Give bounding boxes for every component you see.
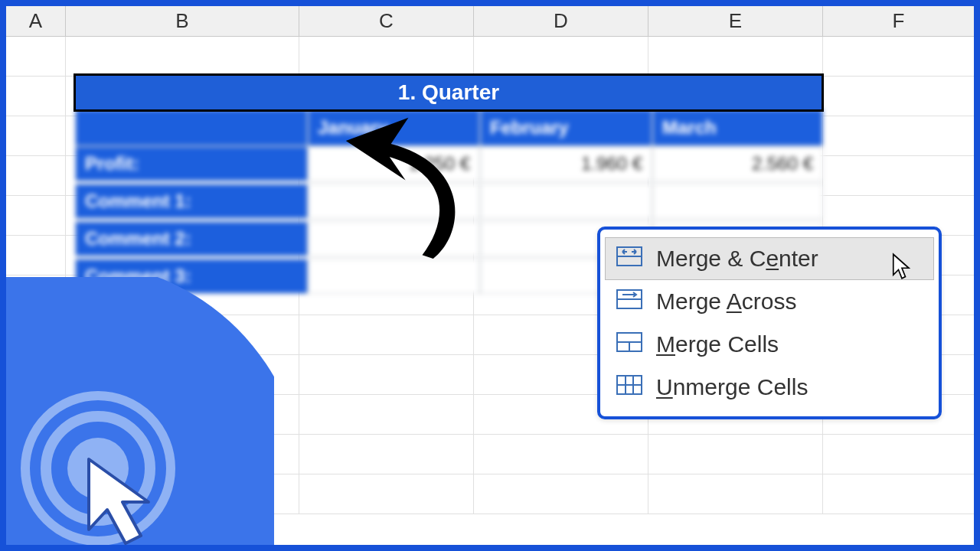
- grid-cell[interactable]: [648, 474, 823, 514]
- col-header-C[interactable]: C: [299, 6, 474, 36]
- col-header-A[interactable]: A: [6, 6, 66, 36]
- col-header-F[interactable]: F: [823, 6, 974, 36]
- grid-cell[interactable]: [474, 156, 648, 196]
- grid-cell[interactable]: [474, 474, 648, 514]
- grid-cell[interactable]: [648, 435, 823, 474]
- grid-cell[interactable]: [648, 37, 823, 77]
- menu-item-unmerge[interactable]: Unmerge Cells: [605, 366, 934, 409]
- grid-cell[interactable]: [66, 156, 299, 196]
- unmerge-icon: [616, 374, 642, 400]
- grid-cell[interactable]: [823, 116, 974, 156]
- column-header-row: A B C D E F: [6, 6, 974, 37]
- menu-item-merge-cells[interactable]: Merge Cells: [605, 323, 934, 366]
- grid-cell[interactable]: [66, 196, 299, 236]
- grid-cell[interactable]: [299, 474, 474, 514]
- grid-cell[interactable]: [66, 116, 299, 156]
- grid-cell[interactable]: [648, 116, 823, 156]
- grid-cell[interactable]: [6, 196, 66, 236]
- grid-cell[interactable]: [299, 395, 474, 435]
- grid-cell[interactable]: [66, 37, 299, 77]
- grid-cell[interactable]: [299, 435, 474, 474]
- menu-item-label: Merge & Center: [656, 246, 818, 272]
- col-header-D[interactable]: D: [474, 6, 648, 36]
- merged-title-cell[interactable]: 1. Quarter: [74, 73, 824, 112]
- grid-cell[interactable]: [474, 435, 648, 474]
- grid-cell[interactable]: [66, 236, 299, 276]
- merge-center-icon: [616, 246, 642, 272]
- grid-cell[interactable]: [299, 37, 474, 77]
- grid-cell[interactable]: [474, 37, 648, 77]
- grid-cell[interactable]: [299, 355, 474, 395]
- grid-cell[interactable]: [823, 156, 974, 196]
- grid-cell[interactable]: [6, 116, 66, 156]
- menu-item-label: Merge Cells: [656, 331, 779, 357]
- brand-logo: [0, 277, 274, 551]
- menu-item-label: Merge Across: [656, 289, 796, 315]
- menu-item-label: Unmerge Cells: [656, 374, 808, 400]
- grid-cell[interactable]: [299, 276, 474, 315]
- grid-cell[interactable]: [823, 37, 974, 77]
- grid-row: [6, 156, 974, 196]
- menu-item-merge-across[interactable]: Merge Across: [605, 280, 934, 323]
- grid-cell[interactable]: [823, 474, 974, 514]
- merge-cells-icon: [616, 331, 642, 357]
- grid-cell[interactable]: [823, 435, 974, 474]
- grid-row: [6, 116, 974, 156]
- col-header-E[interactable]: E: [648, 6, 823, 36]
- grid-cell[interactable]: [299, 315, 474, 355]
- grid-cell[interactable]: [6, 77, 66, 116]
- grid-cell[interactable]: [6, 37, 66, 77]
- grid-cell[interactable]: [648, 156, 823, 196]
- grid-cell[interactable]: [823, 77, 974, 116]
- merge-dropdown-menu: Merge & CenterMerge AcrossMerge CellsUnm…: [597, 227, 942, 419]
- grid-cell[interactable]: [474, 116, 648, 156]
- col-header-B[interactable]: B: [66, 6, 299, 36]
- grid-cell[interactable]: [6, 156, 66, 196]
- grid-cell[interactable]: [6, 236, 66, 276]
- mouse-cursor-icon: [891, 253, 913, 280]
- menu-item-merge-center[interactable]: Merge & Center: [605, 237, 934, 280]
- callout-arrow: [335, 113, 466, 259]
- merge-across-icon: [616, 289, 642, 315]
- grid-row: [6, 37, 974, 77]
